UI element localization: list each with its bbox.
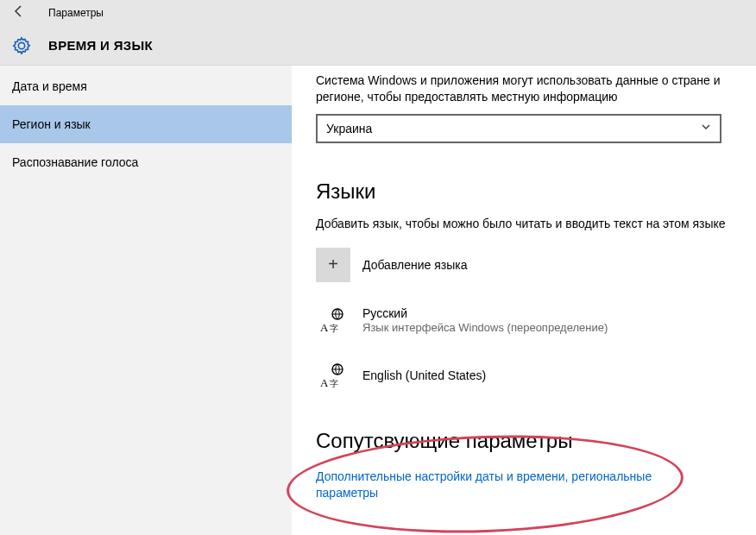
svg-text:A: A <box>320 321 329 334</box>
page-header: ВРЕМЯ И ЯЗЫК <box>0 26 756 66</box>
language-name: English (United States) <box>362 368 486 382</box>
region-dropdown-value: Украина <box>326 122 372 135</box>
back-arrow-icon[interactable] <box>12 4 33 22</box>
languages-heading: Языки <box>316 179 730 204</box>
language-item-russian[interactable]: A 字 Русский Язык интерфейса Windows (пер… <box>316 303 730 337</box>
language-glyph-icon: A 字 <box>316 358 350 393</box>
language-subtitle: Язык интерфейса Windows (переопределение… <box>362 321 608 334</box>
languages-description: Добавить язык, чтобы можно было читать и… <box>316 216 730 232</box>
sidebar-item-speech[interactable]: Распознавание голоса <box>0 143 292 181</box>
content-area: Дата и время Регион и язык Распознавание… <box>0 66 756 535</box>
window-title: Параметры <box>48 7 104 19</box>
sidebar-item-region-language[interactable]: Регион и язык <box>0 105 292 143</box>
add-language-label: Добавление языка <box>362 258 468 272</box>
svg-text:A: A <box>320 376 329 389</box>
language-name: Русский <box>362 306 608 320</box>
sidebar: Дата и время Регион и язык Распознавание… <box>0 66 292 535</box>
related-settings-link[interactable]: Дополнительные настройки даты и времени,… <box>316 469 696 501</box>
titlebar: Параметры <box>0 0 756 26</box>
language-glyph-icon: A 字 <box>316 303 350 337</box>
add-language-button[interactable]: + Добавление языка <box>316 248 730 282</box>
region-dropdown[interactable]: Украина <box>316 114 721 143</box>
svg-text:字: 字 <box>330 379 338 388</box>
main-panel: Система Windows и приложения могут испол… <box>292 66 756 535</box>
sidebar-item-date-time[interactable]: Дата и время <box>0 67 292 105</box>
language-item-english[interactable]: A 字 English (United States) <box>316 358 730 393</box>
page-title: ВРЕМЯ И ЯЗЫК <box>48 38 153 53</box>
related-heading: Сопутсвующие параметры <box>316 429 730 453</box>
gear-icon <box>12 36 31 55</box>
svg-text:字: 字 <box>330 324 338 333</box>
chevron-down-icon <box>701 122 711 135</box>
region-description: Система Windows и приложения могут испол… <box>316 72 730 105</box>
plus-icon: + <box>316 248 350 282</box>
